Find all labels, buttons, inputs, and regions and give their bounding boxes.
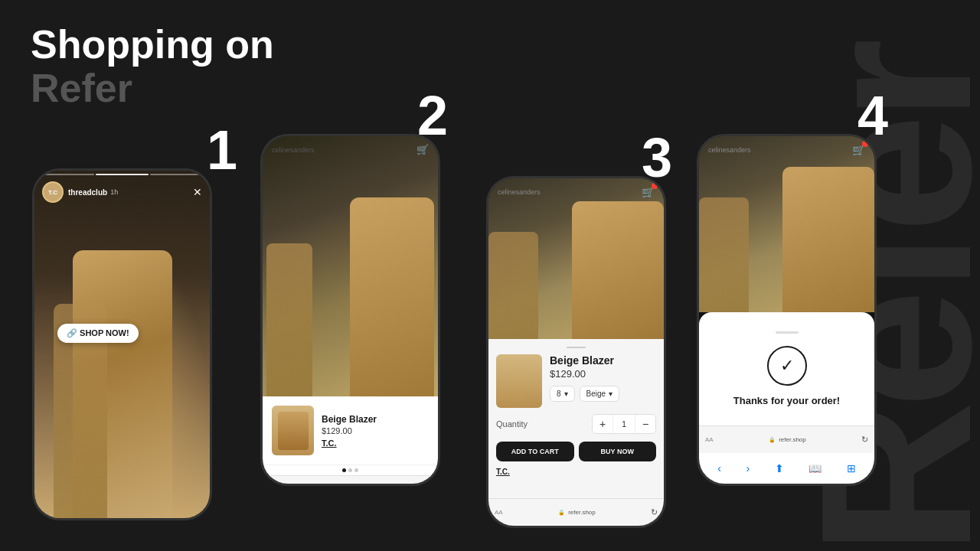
story-avatar: T.C (42, 181, 64, 203)
product-thumb-img (278, 412, 309, 450)
phone4-bookmarks-icon[interactable]: 📖 (808, 462, 822, 474)
story-username: threadclub (68, 188, 107, 197)
phone3-figure-small (488, 232, 538, 339)
drag-indicator-4 (776, 331, 799, 334)
phone4-forward-icon[interactable]: › (746, 462, 750, 474)
phone4-browser-text: AA (705, 436, 714, 443)
phone-3: celinesanders 🛒 Beige Blazer $129.00 8 (486, 176, 666, 528)
quantity-plus[interactable]: + (593, 415, 612, 433)
phone4-url-area: 🔒 refer.shop (718, 436, 857, 443)
phone2-header: celinesanders 🛒 (272, 144, 429, 155)
phone4-nav-bar: ‹ › ⬆ 📖 ⊞ (699, 453, 874, 484)
phone3-browser-text: AA (495, 509, 503, 516)
phone2-image-area: celinesanders 🛒 (263, 136, 438, 396)
phone3-image-area: celinesanders 🛒 (488, 178, 664, 339)
header-line1: Shopping on (31, 23, 274, 67)
phone-2-screen: celinesanders 🛒 Beige Blazer $129.00 T.C… (263, 136, 438, 484)
step-1-number: 1 (207, 119, 237, 181)
phone4-figure (782, 167, 874, 312)
product-thumbnail (272, 406, 314, 455)
phone3-selects: 8 ▾ Beige ▾ (550, 386, 656, 402)
phone-1: T.C threadclub 1h ✕ 🔗 SHOP NOW! (32, 168, 212, 520)
carousel-dots (263, 465, 438, 475)
refresh-icon-3[interactable]: ↻ (651, 507, 658, 517)
header: Shopping on Refer (31, 23, 274, 110)
dot-2 (354, 468, 358, 472)
phone4-success-panel: ✓ Thanks for your order! (699, 312, 874, 425)
phone3-figure (572, 201, 664, 339)
phone2-figure-small (266, 243, 312, 396)
phone3-action-buttons: ADD TO CART BUY NOW (496, 442, 656, 461)
phone1-progress (41, 174, 204, 175)
shop-now-label: 🔗 SHOP NOW! (67, 328, 129, 338)
phone1-story-header: T.C threadclub 1h ✕ (42, 181, 202, 203)
phone2-username: celinesanders (272, 146, 315, 154)
step-2-number: 2 (417, 84, 448, 147)
step-4-number: 4 (858, 84, 888, 147)
size-select[interactable]: 8 ▾ (550, 386, 575, 402)
color-chevron: ▾ (609, 390, 612, 398)
phone-3-screen: celinesanders 🛒 Beige Blazer $129.00 8 (488, 178, 664, 526)
progress-bar-2 (96, 174, 149, 175)
phone4-header: celinesanders 🛒 (708, 144, 865, 156)
success-message: Thanks for your order! (733, 395, 840, 406)
phone3-product-info: Beige Blazer $129.00 8 ▾ Beige ▾ (550, 354, 656, 402)
lock-icon-4: 🔒 (769, 437, 776, 442)
color-select[interactable]: Beige ▾ (580, 386, 620, 402)
phone4-browser-bar[interactable]: AA 🔒 refer.shop ↻ (699, 425, 874, 453)
story-time: 1h (110, 188, 118, 196)
phone2-browser-bar[interactable]: AA 🔒 refer.shop ↻ (263, 475, 438, 484)
phone3-product-thumb (496, 354, 542, 408)
phone-1-screen: T.C threadclub 1h ✕ 🔗 SHOP NOW! (34, 171, 210, 518)
dot-active (342, 468, 346, 472)
header-line2: Refer (31, 67, 274, 110)
phone3-product-name: Beige Blazer (550, 354, 656, 367)
add-to-cart-button[interactable]: ADD TO CART (496, 442, 574, 461)
check-icon: ✓ (780, 356, 794, 376)
size-chevron: ▾ (564, 390, 568, 398)
phone3-header: celinesanders 🛒 (498, 186, 655, 198)
phone-4-screen: celinesanders 🛒 ✓ Thanks for your order!… (699, 136, 874, 484)
phone-4: celinesanders 🛒 ✓ Thanks for your order!… (697, 134, 877, 486)
phone4-figure-small (699, 197, 749, 312)
phone4-back-icon[interactable]: ‹ (717, 462, 721, 474)
phone3-brand[interactable]: T.C. (496, 468, 656, 476)
shop-now-button[interactable]: 🔗 SHOP NOW! (57, 324, 139, 343)
step-3-number: 3 (642, 126, 672, 189)
phone4-share-icon[interactable]: ⬆ (775, 462, 784, 474)
refresh-icon-4[interactable]: ↻ (861, 435, 868, 445)
lock-icon-3: 🔒 (558, 510, 565, 515)
phone3-browser-url: 🔒 refer.shop (508, 509, 646, 516)
phone2-figure (350, 197, 434, 396)
dot-1 (348, 468, 352, 472)
phone-2: celinesanders 🛒 Beige Blazer $129.00 T.C… (260, 134, 440, 486)
quantity-control: + 1 − (592, 414, 656, 434)
phone4-username: celinesanders (708, 146, 751, 154)
product-price: $129.00 (322, 426, 429, 435)
phone3-product-price: $129.00 (550, 368, 656, 380)
product-info: Beige Blazer $129.00 T.C. (322, 414, 429, 448)
phone1-person (50, 227, 199, 518)
color-value: Beige (586, 390, 606, 398)
drag-indicator (567, 347, 586, 348)
quantity-label: Quantity (496, 419, 528, 429)
quantity-minus[interactable]: − (635, 415, 655, 433)
phone3-product-row: Beige Blazer $129.00 8 ▾ Beige ▾ (496, 354, 656, 408)
url-text-3: refer.shop (568, 509, 596, 516)
product-brand: T.C. (322, 439, 429, 448)
phone4-tabs-icon[interactable]: ⊞ (847, 462, 856, 474)
progress-bar-1 (41, 174, 94, 175)
quantity-value: 1 (612, 415, 635, 433)
close-icon[interactable]: ✕ (193, 186, 202, 198)
phone2-product-card: Beige Blazer $129.00 T.C. (263, 396, 438, 465)
buy-now-button[interactable]: BUY NOW (579, 442, 657, 461)
product-name: Beige Blazer (322, 414, 429, 425)
phone3-product-panel: Beige Blazer $129.00 8 ▾ Beige ▾ (488, 339, 664, 498)
progress-bar-3 (150, 174, 204, 175)
phone4-image-area: celinesanders 🛒 (699, 136, 874, 312)
phone3-quantity-row: Quantity + 1 − (496, 414, 656, 434)
avatar-initials: T.C (48, 189, 57, 196)
size-value: 8 (557, 390, 561, 398)
phone3-browser-bar[interactable]: AA 🔒 refer.shop ↻ (488, 498, 664, 526)
url-text-4: refer.shop (779, 436, 806, 443)
